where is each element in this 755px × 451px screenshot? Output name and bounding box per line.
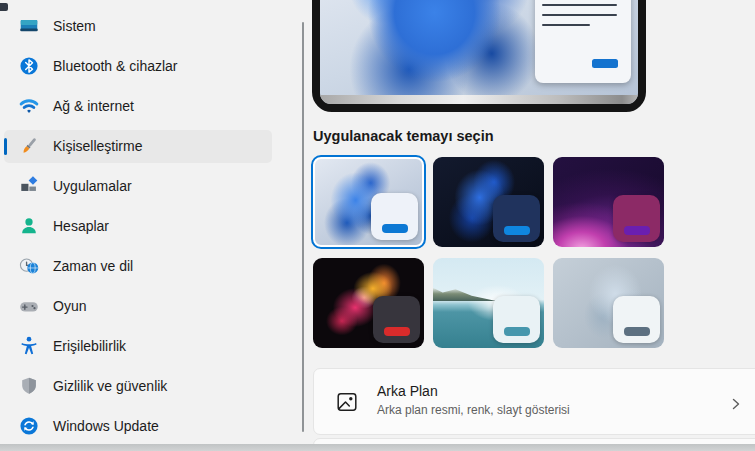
time-language-icon <box>18 255 40 277</box>
sidebar-item-label: Uygulamalar <box>53 177 132 196</box>
theme-preview-window <box>493 195 540 242</box>
sidebar-scrollbar[interactable] <box>302 22 304 432</box>
settings-window: SistemBluetooth & cihazlarAğ & internetK… <box>0 0 755 451</box>
sidebar-item-windows-update[interactable]: Windows Update <box>4 410 272 443</box>
sidebar-item-hesaplar[interactable]: Hesaplar <box>4 210 272 243</box>
theme-grid <box>313 157 664 348</box>
theme-section-heading: Uygulanacak temayı seçin <box>313 128 494 144</box>
sidebar-item-label: Windows Update <box>53 417 159 436</box>
sidebar-item-a-internet[interactable]: Ağ & internet <box>4 90 272 123</box>
sidebar-item-label: Hesaplar <box>53 217 109 236</box>
preview-wallpaper <box>320 0 638 104</box>
theme-preview-accent-button <box>504 327 530 336</box>
theme-preview-accent-button <box>624 226 650 235</box>
theme-preview-accent-button <box>504 226 530 235</box>
theme-monitor-preview <box>312 0 646 112</box>
background-row-subtitle: Arka plan resmi, renk, slayt gösterisi <box>377 403 570 417</box>
bluetooth-icon <box>18 55 40 77</box>
theme-tile-glow[interactable] <box>553 157 664 247</box>
image-icon <box>335 390 359 414</box>
sidebar-item-label: Kişiselleştirme <box>53 137 142 156</box>
sidebar-item-label: Sistem <box>53 17 96 36</box>
theme-tile-flow[interactable] <box>553 258 664 348</box>
background-row-title: Arka Plan <box>377 383 438 399</box>
preview-text-line <box>542 4 617 6</box>
sidebar-item-sistem[interactable]: Sistem <box>4 10 272 43</box>
sidebar-item-uygulamalar[interactable]: Uygulamalar <box>4 170 272 203</box>
gaming-icon <box>18 295 40 317</box>
theme-tile-sunrise[interactable] <box>433 258 544 348</box>
preview-monitor-chin <box>320 95 638 104</box>
horizontal-scrollbar[interactable] <box>0 444 755 451</box>
sidebar-item-label: Oyun <box>53 297 86 316</box>
theme-preview-accent-button <box>384 327 410 336</box>
sidebar-item-eri-ilebilirlik[interactable]: Erişilebilirlik <box>4 330 272 363</box>
theme-preview-window <box>373 296 420 343</box>
sidebar-item-label: Erişilebilirlik <box>53 337 126 356</box>
accounts-icon <box>18 215 40 237</box>
privacy-security-icon <box>18 375 40 397</box>
sidebar-item-label: Bluetooth & cihazlar <box>53 57 178 76</box>
theme-preview-accent-button <box>624 327 650 336</box>
theme-preview-window <box>613 296 660 343</box>
sidebar-item-label: Zaman ve dil <box>53 257 133 276</box>
personalization-icon <box>18 135 40 157</box>
chevron-right-icon <box>730 396 742 408</box>
sidebar-item-ki-iselle-tirme[interactable]: Kişiselleştirme <box>4 130 272 163</box>
preview-text-line <box>542 24 590 26</box>
sidebar-item-label: Ağ & internet <box>53 97 134 116</box>
sidebar-item-zaman-ve-dil[interactable]: Zaman ve dil <box>4 250 272 283</box>
theme-tile-windows-light[interactable] <box>313 157 424 247</box>
theme-preview-window <box>613 195 660 242</box>
network-icon <box>18 95 40 117</box>
accessibility-icon <box>18 335 40 357</box>
sidebar-item-label: Gizlilik ve güvenlik <box>53 377 167 396</box>
preview-accent-button <box>592 59 618 68</box>
settings-nav: SistemBluetooth & cihazlarAğ & internetK… <box>0 0 300 451</box>
preview-mock-window <box>535 0 631 83</box>
theme-tile-windows-dark[interactable] <box>433 157 544 247</box>
sidebar-item-oyun[interactable]: Oyun <box>4 290 272 323</box>
selected-indicator <box>4 138 7 155</box>
theme-preview-accent-button <box>382 224 408 233</box>
apps-icon <box>18 175 40 197</box>
background-settings-row[interactable]: Arka Plan Arka plan resmi, renk, slayt g… <box>313 368 755 435</box>
theme-tile-captured-motion[interactable] <box>313 258 424 348</box>
theme-preview-window <box>371 193 418 240</box>
system-icon <box>18 15 40 37</box>
theme-preview-window <box>493 296 540 343</box>
preview-text-line <box>542 14 617 16</box>
sidebar-item-bluetooth-cihazlar[interactable]: Bluetooth & cihazlar <box>4 50 272 83</box>
sidebar-item-gizlilik-ve-g-venlik[interactable]: Gizlilik ve güvenlik <box>4 370 272 403</box>
windows-update-icon <box>18 415 40 437</box>
